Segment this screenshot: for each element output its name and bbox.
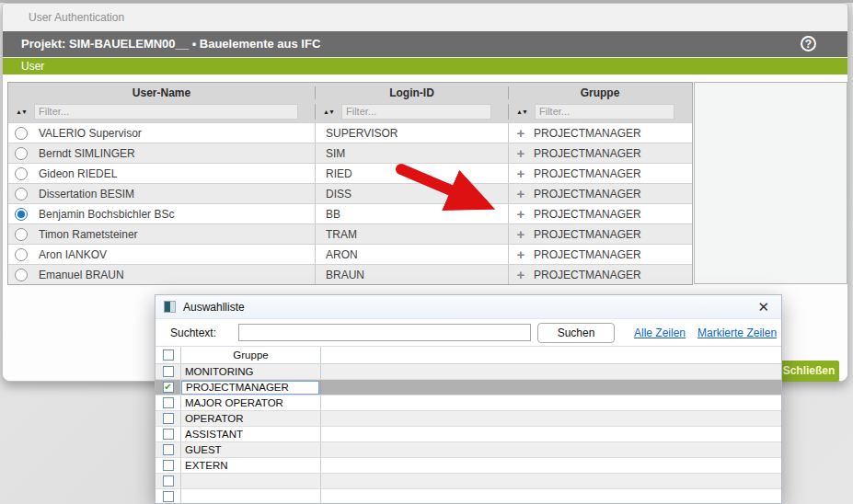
group-checkbox[interactable]	[163, 429, 174, 440]
table-body: VALERIO SupervisorSUPERVISOR+PROJECTMANA…	[8, 122, 692, 284]
help-icon[interactable]: ?	[801, 36, 816, 52]
group-row[interactable]: ✔PROJECTMANAGER	[156, 380, 781, 395]
user-radio[interactable]	[15, 167, 28, 180]
user-radio[interactable]	[15, 269, 28, 281]
group-name: PROJECTMANAGER	[534, 167, 641, 180]
group-name: PROJECTMANAGER	[534, 188, 641, 200]
plus-icon[interactable]: +	[513, 147, 528, 160]
login-id: RIED	[326, 167, 352, 180]
group-list-body: MONITORING✔PROJECTMANAGERMAJOR OPERATORO…	[156, 364, 781, 504]
user-radio[interactable]	[15, 208, 28, 221]
plus-icon[interactable]: +	[513, 269, 528, 281]
group-name: PROJECTMANAGER	[534, 147, 641, 160]
group-checkbox[interactable]	[163, 460, 174, 471]
group-list-header: Gruppe	[156, 347, 781, 364]
group-name: PROJECTMANAGER	[534, 248, 641, 261]
plus-icon[interactable]: +	[513, 167, 528, 180]
table-row[interactable]: Emanuel BRAUNBRAUN+PROJECTMANAGER	[8, 264, 692, 284]
user-name: Benjamin Bochsbichler BSc	[39, 208, 174, 221]
auswahlliste-dialog: Auswahlliste ✕ Suchtext: Suchen Alle Zei…	[155, 294, 782, 504]
search-label: Suchtext:	[170, 326, 227, 339]
group-name: PROJECTMANAGER	[534, 127, 641, 140]
group-name: PROJECTMANAGER	[534, 228, 641, 241]
link-alle-zeilen[interactable]: Alle Zeilen	[634, 326, 686, 339]
dialog-titlebar[interactable]: Auswahlliste ✕	[156, 295, 781, 319]
column-header-username[interactable]: User-Name	[8, 86, 315, 99]
table-row[interactable]: Berndt SIMLINGERSIM+PROJECTMANAGER	[8, 143, 692, 163]
group-label: PROJECTMANAGER	[182, 382, 289, 393]
user-name: Berndt SIMLINGER	[39, 147, 135, 160]
login-id: TRAM	[326, 228, 357, 241]
group-checkbox[interactable]	[163, 491, 174, 502]
group-column-header: Gruppe	[181, 347, 321, 363]
plus-icon[interactable]: +	[513, 248, 528, 261]
column-header-gruppe[interactable]: Gruppe	[508, 86, 691, 99]
group-checkbox[interactable]	[163, 475, 174, 487]
group-label: EXTERN	[181, 460, 228, 471]
group-list: Gruppe MONITORING✔PROJECTMANAGERMAJOR OP…	[156, 346, 781, 504]
user-radio[interactable]	[15, 228, 28, 241]
user-table: User-Name Login-ID Gruppe ▲▼ ▲▼ ▲▼	[7, 82, 693, 285]
project-header-text: Projekt: SIM-BAUELEMN00__ • Bauelemente …	[21, 37, 320, 51]
user-radio[interactable]	[15, 188, 28, 200]
select-all-checkbox[interactable]	[163, 349, 174, 361]
group-row[interactable]: GUEST	[156, 442, 781, 458]
filter-input-loginid[interactable]	[341, 104, 491, 120]
group-row[interactable]: ASSISTANT	[156, 427, 781, 442]
user-name: Timon Rametsteiner	[39, 228, 138, 241]
filter-input-username[interactable]	[34, 104, 298, 120]
table-row[interactable]: Benjamin Bochsbichler BScBB+PROJECTMANAG…	[8, 203, 692, 223]
group-row-empty	[156, 489, 781, 504]
sort-icon[interactable]: ▲▼	[516, 109, 531, 115]
user-radio[interactable]	[15, 147, 28, 160]
group-name: PROJECTMANAGER	[534, 269, 641, 281]
link-markierte-zeilen[interactable]: Markierte Zeilen	[697, 326, 777, 339]
tab-user[interactable]: User	[3, 57, 847, 74]
group-checkbox[interactable]	[163, 444, 174, 455]
login-id: BRAUN	[326, 269, 364, 281]
group-checkbox[interactable]	[163, 397, 174, 408]
group-name: PROJECTMANAGER	[534, 208, 641, 221]
search-button[interactable]: Suchen	[537, 323, 615, 343]
sort-icon[interactable]: ▲▼	[16, 109, 30, 115]
group-label: MAJOR OPERATOR	[181, 397, 283, 408]
table-row[interactable]: Dissertation BESIMDISS+PROJECTMANAGER	[8, 183, 692, 203]
login-id: SIM	[326, 147, 345, 160]
sort-icon[interactable]: ▲▼	[323, 109, 338, 115]
user-radio[interactable]	[15, 127, 28, 140]
group-row[interactable]: MONITORING	[156, 364, 781, 380]
plus-icon[interactable]: +	[513, 188, 528, 200]
group-checkbox[interactable]: ✔	[163, 382, 174, 393]
filter-input-gruppe[interactable]	[535, 104, 674, 120]
group-label: GUEST	[181, 444, 222, 455]
group-label: OPERATOR	[181, 413, 243, 424]
schliessen-button[interactable]: Schließen	[778, 361, 839, 382]
dialog-app-icon	[164, 301, 176, 313]
plus-icon[interactable]: +	[513, 208, 528, 221]
group-checkbox[interactable]	[163, 413, 174, 424]
group-row[interactable]: EXTERN	[156, 458, 781, 474]
group-label: MONITORING	[181, 366, 254, 377]
group-row[interactable]: OPERATOR	[156, 411, 781, 427]
tab-user-label: User	[21, 60, 44, 73]
plus-icon[interactable]: +	[513, 228, 528, 241]
group-row-empty	[156, 474, 781, 489]
window-title: User Authentication	[3, 4, 847, 31]
table-header: User-Name Login-ID Gruppe ▲▼ ▲▼ ▲▼	[8, 83, 692, 122]
close-icon[interactable]: ✕	[754, 300, 773, 314]
project-header-bar: Projekt: SIM-BAUELEMN00__ • Bauelemente …	[3, 31, 847, 57]
group-row[interactable]: MAJOR OPERATOR	[156, 395, 781, 411]
plus-icon[interactable]: +	[513, 127, 528, 140]
table-row[interactable]: VALERIO SupervisorSUPERVISOR+PROJECTMANA…	[8, 122, 692, 143]
table-row[interactable]: Aron IANKOVARON+PROJECTMANAGER	[8, 244, 692, 264]
user-name: Emanuel BRAUN	[39, 269, 124, 281]
dialog-title: Auswahlliste	[183, 301, 245, 314]
login-id: DISS	[326, 188, 352, 200]
group-checkbox[interactable]	[163, 366, 174, 377]
login-id: SUPERVISOR	[326, 127, 398, 140]
table-row[interactable]: Gideon RIEDELRIED+PROJECTMANAGER	[8, 163, 692, 183]
user-radio[interactable]	[15, 248, 28, 261]
column-header-loginid[interactable]: Login-ID	[315, 86, 508, 99]
search-input[interactable]	[238, 324, 531, 341]
table-row[interactable]: Timon RametsteinerTRAM+PROJECTMANAGER	[8, 223, 692, 244]
